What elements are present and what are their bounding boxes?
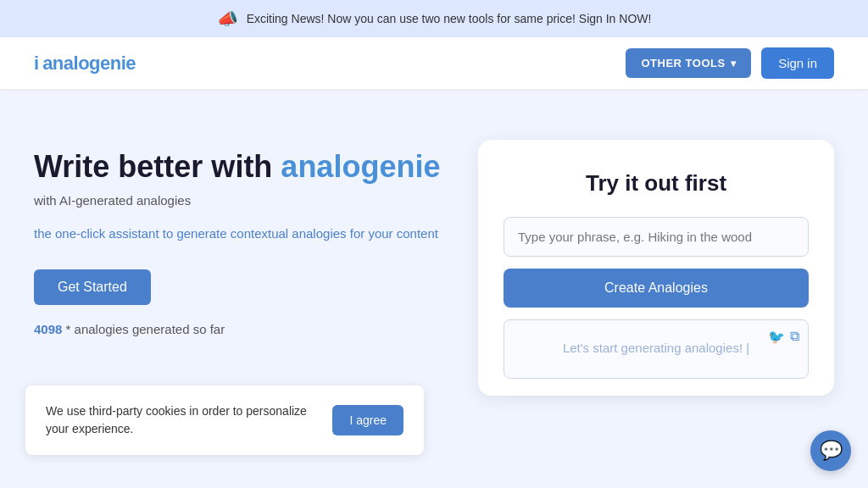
top-banner: 📣 Exciting News! Now you can use two new… bbox=[0, 0, 868, 37]
try-it-card: Try it out first Create Analogies 🐦 ⧉ Le… bbox=[478, 140, 834, 396]
copy-icon[interactable]: ⧉ bbox=[790, 329, 799, 345]
card-title: Try it out first bbox=[504, 170, 809, 197]
other-tools-button[interactable]: OTHER TOOLS bbox=[626, 48, 751, 78]
output-icons: 🐦 ⧉ bbox=[768, 329, 799, 345]
hero-section: Write better with analogenie with AI-gen… bbox=[0, 89, 868, 430]
twitter-icon[interactable]: 🐦 bbox=[768, 329, 785, 345]
hero-subtitle: with AI-generated analogies bbox=[34, 193, 453, 208]
signin-button[interactable]: Sign in bbox=[761, 47, 834, 79]
hero-description: the one-click assistant to generate cont… bbox=[34, 225, 453, 244]
nav-right: OTHER TOOLS Sign in bbox=[626, 47, 834, 79]
chat-icon: 💬 bbox=[820, 440, 843, 462]
cookie-text: We use third-party cookies in order to p… bbox=[46, 402, 315, 438]
chat-bubble-button[interactable]: 💬 bbox=[810, 430, 851, 471]
hero-left: Write better with analogenie with AI-gen… bbox=[34, 140, 453, 336]
stats-count: 4098 bbox=[34, 322, 62, 336]
phrase-input[interactable] bbox=[504, 217, 809, 257]
output-placeholder-text: Let's start generating analogies! | bbox=[518, 334, 794, 355]
logo-icon: i bbox=[34, 53, 39, 75]
hero-title: Write better with analogenie bbox=[34, 148, 453, 185]
hero-stats: 4098 * analogies generated so far bbox=[34, 322, 453, 336]
logo-text: analogenie bbox=[42, 53, 136, 75]
output-area: 🐦 ⧉ Let's start generating analogies! | bbox=[504, 319, 809, 379]
cookie-banner: We use third-party cookies in order to p… bbox=[25, 385, 424, 455]
logo: i analogenie bbox=[34, 53, 136, 75]
cookie-agree-button[interactable]: I agree bbox=[332, 405, 403, 435]
hero-cta-button[interactable]: Get Started bbox=[34, 269, 151, 305]
megaphone-icon: 📣 bbox=[217, 8, 238, 29]
navbar: i analogenie OTHER TOOLS Sign in bbox=[0, 37, 868, 89]
create-analogies-button[interactable]: Create Analogies bbox=[504, 269, 809, 308]
stats-text: * analogies generated so far bbox=[66, 322, 225, 336]
banner-text: Exciting News! Now you can use two new t… bbox=[247, 12, 652, 25]
